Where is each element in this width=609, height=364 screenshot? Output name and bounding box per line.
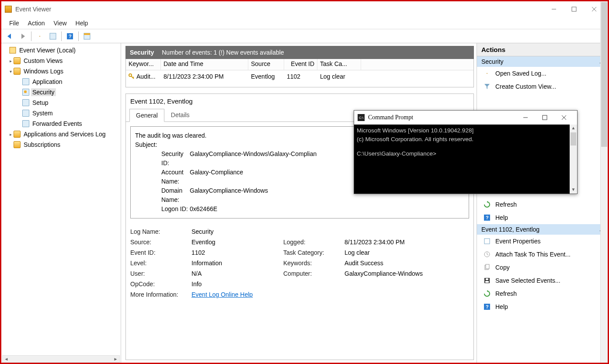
command-prompt-window[interactable]: C:\ Command Prompt Microsoft Windows [Ve… xyxy=(354,110,578,194)
svg-rect-22 xyxy=(485,281,489,283)
cell-event-id: 1102 xyxy=(284,72,317,81)
prop-taskcat-label: Task Category: xyxy=(283,249,345,256)
action-save-selected[interactable]: Save Selected Events... xyxy=(477,274,608,287)
cmd-minimize-button[interactable] xyxy=(516,111,535,124)
scroll-right-icon[interactable]: ► xyxy=(112,356,119,362)
folder-icon xyxy=(14,68,21,75)
actions-pane: Actions Security▲ Open Saved Log... Crea… xyxy=(477,43,608,363)
help-icon: ? xyxy=(483,303,491,311)
tree-application[interactable]: Application xyxy=(31,78,64,86)
msg-logon: 0x62466E xyxy=(190,205,217,214)
cmd-line: (c) Microsoft Corporation. All rights re… xyxy=(357,135,574,144)
task-icon xyxy=(483,250,491,258)
event-viewer-icon xyxy=(9,47,16,54)
actions-section-security[interactable]: Security▲ xyxy=(477,56,608,67)
prop-taskcat: Log clear xyxy=(345,249,441,256)
actions-title: Actions xyxy=(477,43,608,56)
action-create-custom[interactable]: Create Custom View... xyxy=(477,80,608,93)
preview-pane-icon[interactable] xyxy=(81,31,93,42)
back-button[interactable] xyxy=(4,31,15,42)
svg-text:?: ? xyxy=(69,34,72,39)
prop-opcode-label: OpCode: xyxy=(130,281,191,288)
tree-system[interactable]: System xyxy=(31,109,54,117)
toolbar-separator xyxy=(31,31,31,41)
maximize-button[interactable] xyxy=(564,3,584,16)
scroll-up-icon[interactable]: ▲ xyxy=(570,125,577,132)
action-copy[interactable]: Copy▶ xyxy=(477,261,608,274)
svg-rect-15 xyxy=(484,239,490,244)
tree-root[interactable]: Event Viewer (Local) xyxy=(18,46,77,54)
tree-setup[interactable]: Setup xyxy=(31,99,50,107)
log-summary: Number of events: 1 (!) New events avail… xyxy=(162,49,284,56)
navigation-tree[interactable]: Event Viewer (Local) ▸Custom Views ▾Wind… xyxy=(1,43,121,363)
action-refresh-2[interactable]: Refresh xyxy=(477,287,608,300)
svg-rect-9 xyxy=(10,47,16,53)
help-icon[interactable]: ? xyxy=(64,31,76,42)
tree-apps-services[interactable]: Applications and Services Log xyxy=(22,130,107,138)
col-task[interactable]: Task Ca... xyxy=(317,59,361,70)
cmd-maximize-button[interactable] xyxy=(535,111,554,124)
action-refresh[interactable]: Refresh xyxy=(477,198,608,211)
cmd-icon: C:\ xyxy=(358,114,365,121)
menu-file[interactable]: File xyxy=(5,18,24,28)
scroll-down-icon[interactable]: ▼ xyxy=(570,186,577,194)
prop-computer-label: Computer: xyxy=(283,270,345,277)
tree-custom-views[interactable]: Custom Views xyxy=(22,57,64,65)
tree-subscriptions[interactable]: Subscriptions xyxy=(22,141,62,149)
prop-user: N/A xyxy=(191,270,283,277)
action-help-2[interactable]: ?Help▶ xyxy=(477,300,608,313)
action-event-properties[interactable]: Event Properties xyxy=(477,235,608,248)
log-icon xyxy=(22,78,29,85)
event-grid[interactable]: Keywor... Date and Time Source Event ID … xyxy=(125,59,474,87)
tab-details[interactable]: Details xyxy=(164,108,196,121)
cmd-scrollbar[interactable]: ▲ ▼ xyxy=(570,125,577,194)
scroll-left-icon[interactable]: ◄ xyxy=(3,356,10,362)
help-icon: ? xyxy=(483,214,491,222)
prop-logname-label: Log Name: xyxy=(130,228,191,235)
col-event-id[interactable]: Event ID xyxy=(284,59,317,70)
horizontal-scrollbar[interactable]: ◄ ► xyxy=(2,355,120,363)
action-attach-task-event[interactable]: Attach Task To This Event... xyxy=(477,248,608,261)
forward-button[interactable] xyxy=(17,31,28,42)
tab-general[interactable]: General xyxy=(129,109,164,122)
minimize-button[interactable] xyxy=(544,3,564,16)
tree-windows-logs[interactable]: Windows Logs xyxy=(22,67,65,75)
tree-security[interactable]: Security xyxy=(31,88,56,96)
cmd-titlebar[interactable]: C:\ Command Prompt xyxy=(354,111,577,125)
refresh-icon xyxy=(483,290,491,298)
cmd-prompt: C:\Users\Galaxy-Compliance> xyxy=(357,149,574,158)
expand-icon[interactable]: ▸ xyxy=(7,59,14,63)
properties-icon xyxy=(483,237,491,245)
log-icon xyxy=(22,120,29,127)
copy-icon xyxy=(483,263,491,271)
col-source[interactable]: Source xyxy=(248,59,284,70)
menu-view[interactable]: View xyxy=(49,18,71,28)
table-row[interactable]: Audit... 8/11/2023 2:34:00 PM Eventlog 1… xyxy=(126,70,473,83)
cmd-close-button[interactable] xyxy=(554,111,574,124)
menubar: File Action View Help xyxy=(1,17,608,29)
tree-forwarded[interactable]: Forwarded Events xyxy=(31,120,84,128)
event-log-help-link[interactable]: Event Log Online Help xyxy=(191,291,283,298)
properties-icon[interactable] xyxy=(47,31,59,42)
scroll-thumb[interactable] xyxy=(601,2,607,147)
prop-keywords-label: Keywords: xyxy=(283,260,345,267)
actions-section-event[interactable]: Event 1102, Eventlog▲ xyxy=(477,224,608,235)
svg-rect-8 xyxy=(84,33,90,35)
svg-rect-1 xyxy=(572,7,576,11)
grid-header[interactable]: Keywor... Date and Time Source Event ID … xyxy=(126,59,473,70)
cmd-body[interactable]: Microsoft Windows [Version 10.0.19042.92… xyxy=(354,125,577,194)
vertical-scrollbar[interactable] xyxy=(600,1,608,363)
scroll-thumb[interactable] xyxy=(571,132,576,146)
cell-keywords: Audit... xyxy=(136,73,156,80)
svg-rect-20 xyxy=(486,264,489,269)
col-keywords[interactable]: Keywor... xyxy=(126,59,161,70)
col-date[interactable]: Date and Time xyxy=(161,59,248,70)
collapse-icon[interactable]: ▾ xyxy=(7,69,14,74)
menu-help[interactable]: Help xyxy=(71,18,93,28)
action-help[interactable]: ?Help▶ xyxy=(477,211,608,224)
action-open-saved[interactable]: Open Saved Log... xyxy=(477,67,608,80)
menu-action[interactable]: Action xyxy=(24,18,49,28)
open-folder-icon[interactable] xyxy=(34,31,45,42)
cell-date: 8/11/2023 2:34:00 PM xyxy=(161,72,248,81)
expand-icon[interactable]: ▸ xyxy=(7,132,14,137)
